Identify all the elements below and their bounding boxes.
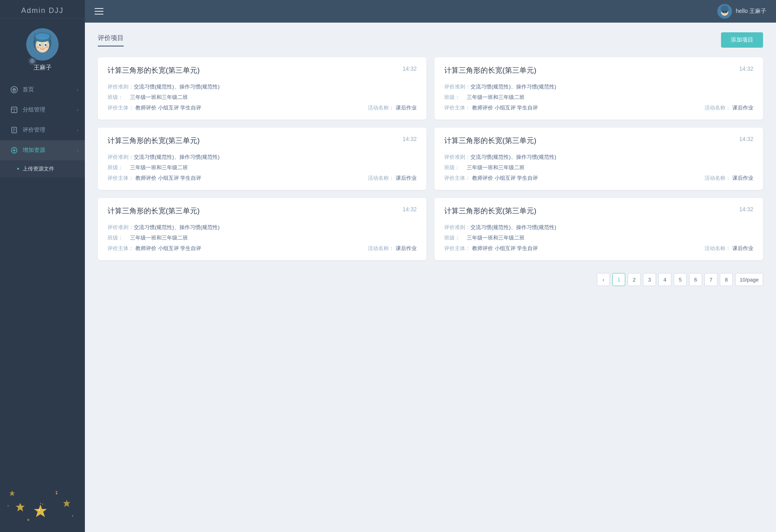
card-time: 14:32 xyxy=(403,206,417,212)
group-icon xyxy=(10,105,19,114)
sidebar-item-upload[interactable]: 上传资源文件 xyxy=(0,160,85,177)
svg-marker-33 xyxy=(9,490,15,496)
card-time: 14:32 xyxy=(403,65,417,72)
card-class-value: 三年级一班和三年级二班 xyxy=(467,164,525,171)
admin-name-label: DJJ xyxy=(49,6,64,15)
pagination-page-4[interactable]: 4 xyxy=(658,273,671,286)
sidebar-header: Admin DJJ xyxy=(0,0,85,19)
avatar xyxy=(26,28,59,61)
chevron-icon: ‹ xyxy=(77,87,78,92)
card-subject-value: 教师评价 小组互评 学生自评 xyxy=(472,104,538,111)
card-activity-value: 课后作业 xyxy=(396,245,417,252)
pagination-page-size[interactable]: 10/page xyxy=(735,273,763,286)
menu-line-3 xyxy=(95,14,103,15)
card-criteria-row: 评价准则： 交流习惯(规范性)、操作习惯(规范性) xyxy=(444,154,753,161)
card-header: 计算三角形的长宽(第三单元) 14:32 xyxy=(444,65,753,75)
svg-point-37 xyxy=(72,515,74,517)
card-activity-value: 课后作业 xyxy=(396,104,417,111)
decorative-stars xyxy=(0,475,85,532)
pagination-page-2[interactable]: 2 xyxy=(628,273,641,286)
card-footer: 评价主体： 教师评价 小组互评 学生自评 活动名称： 课后作业 xyxy=(444,245,753,252)
cards-grid: 计算三角形的长宽(第三单元) 14:32 评价准则： 交流习惯(规范性)、操作习… xyxy=(98,57,763,260)
svg-point-43 xyxy=(721,5,729,13)
menu-line-1 xyxy=(95,8,103,9)
card-activity-label: 活动名称： xyxy=(368,104,394,111)
card-criteria-value: 交流习惯(规范性)、操作习惯(规范性) xyxy=(470,83,556,90)
menu-line-2 xyxy=(95,11,103,12)
menu-toggle-button[interactable] xyxy=(95,8,103,15)
main-area: hello 王麻子 评价项目 添加项目 计算三角形的长宽(第三单元) 14:32… xyxy=(85,0,776,532)
user-avatar-small xyxy=(717,4,732,19)
card-criteria-value: 交流习惯(规范性)、操作习惯(规范性) xyxy=(470,224,556,231)
card-time: 14:32 xyxy=(739,136,753,142)
card-subject-label: 评价主体： xyxy=(108,104,134,111)
card-header: 计算三角形的长宽(第三单元) 14:32 xyxy=(108,136,417,145)
chevron-icon-2: ‹ xyxy=(77,107,78,112)
sidebar-item-group[interactable]: 分组管理 ‹ xyxy=(0,100,85,120)
page-title-wrap: 评价项目 xyxy=(98,34,124,46)
user-info: hello 王麻子 xyxy=(717,4,766,19)
card-title: 计算三角形的长宽(第三单元) xyxy=(444,65,536,75)
pagination-page-8[interactable]: 8 xyxy=(720,273,733,286)
card-activity-value: 课后作业 xyxy=(732,175,753,182)
card-activity-value: 课后作业 xyxy=(732,245,753,252)
sidebar: Admin DJJ xyxy=(0,0,85,532)
sidebar-item-eval-label: 评价管理 xyxy=(23,126,45,134)
page-header: 评价项目 添加项目 xyxy=(98,32,763,48)
card-criteria-row: 评价准则： 交流习惯(规范性)、操作习惯(规范性) xyxy=(444,83,753,90)
svg-rect-17 xyxy=(13,90,15,91)
card-item[interactable]: 计算三角形的长宽(第三单元) 14:32 评价准则： 交流习惯(规范性)、操作习… xyxy=(434,57,763,120)
sidebar-item-home[interactable]: 首页 ‹ xyxy=(0,80,85,100)
card-item[interactable]: 计算三角形的长宽(第三单元) 14:32 评价准则： 交流习惯(规范性)、操作习… xyxy=(434,128,763,190)
pagination-page-1[interactable]: 1 xyxy=(612,273,625,286)
card-class-value: 三年级一班和三年级二班 xyxy=(467,94,525,101)
card-title: 计算三角形的长宽(第三单元) xyxy=(444,136,536,145)
card-item[interactable]: 计算三角形的长宽(第三单元) 14:32 评价准则： 交流习惯(规范性)、操作习… xyxy=(98,198,426,260)
pagination-prev-button[interactable]: ‹ xyxy=(597,273,610,286)
pagination-page-3[interactable]: 3 xyxy=(643,273,656,286)
sidebar-item-group-label: 分组管理 xyxy=(23,106,45,114)
card-header: 计算三角形的长宽(第三单元) 14:32 xyxy=(444,136,753,145)
pagination-page-7[interactable]: 7 xyxy=(704,273,717,286)
pagination-page-6[interactable]: 6 xyxy=(689,273,702,286)
card-header: 计算三角形的长宽(第三单元) 14:32 xyxy=(108,65,417,75)
card-activity-label: 活动名称： xyxy=(368,175,394,182)
card-footer: 评价主体： 教师评价 小组互评 学生自评 活动名称： 课后作业 xyxy=(108,104,417,111)
card-class-row: 班级： 三年级一班和三年级二班 xyxy=(444,164,753,171)
card-subject-value: 教师评价 小组互评 学生自评 xyxy=(472,245,538,252)
pagination: ‹1234567810/page xyxy=(98,273,763,292)
card-class-label: 班级： xyxy=(444,94,467,101)
sidebar-item-eval[interactable]: 评价管理 ‹ xyxy=(0,120,85,140)
avatar-edit-icon[interactable] xyxy=(28,57,36,65)
username-display: 王麻子 xyxy=(34,64,52,71)
card-body: 评价准则： 交流习惯(规范性)、操作习惯(规范性) 班级： 三年级一班和三年级二… xyxy=(108,83,417,111)
sidebar-item-resource[interactable]: 增加资源 ‹ xyxy=(0,140,85,160)
card-class-value: 三年级一班和三年级二班 xyxy=(130,234,188,242)
svg-point-35 xyxy=(56,493,57,494)
pagination-page-5[interactable]: 5 xyxy=(674,273,687,286)
card-criteria-row: 评价准则： 交流习惯(规范性)、操作习惯(规范性) xyxy=(108,154,417,161)
card-class-label: 班级： xyxy=(444,164,467,171)
card-header: 计算三角形的长宽(第三单元) 14:32 xyxy=(444,206,753,216)
card-item[interactable]: 计算三角形的长宽(第三单元) 14:32 评价准则： 交流习惯(规范性)、操作习… xyxy=(98,57,426,120)
add-project-button[interactable]: 添加项目 xyxy=(721,32,763,48)
sidebar-item-upload-label: 上传资源文件 xyxy=(23,165,54,172)
resource-icon xyxy=(10,146,19,155)
card-subject-value: 教师评价 小组互评 学生自评 xyxy=(135,104,201,111)
sidebar-item-resource-label: 增加资源 xyxy=(23,147,45,154)
card-item[interactable]: 计算三角形的长宽(第三单元) 14:32 评价准则： 交流习惯(规范性)、操作习… xyxy=(98,128,426,190)
card-footer: 评价主体： 教师评价 小组互评 学生自评 活动名称： 课后作业 xyxy=(444,175,753,182)
card-class-label: 班级： xyxy=(108,164,130,171)
card-subject-value: 教师评价 小组互评 学生自评 xyxy=(472,175,538,182)
card-class-label: 班级： xyxy=(444,234,467,242)
hello-user-label: hello 王麻子 xyxy=(736,8,766,15)
card-activity-label: 活动名称： xyxy=(704,175,731,182)
card-criteria-label: 评价准则： xyxy=(444,83,470,90)
card-item[interactable]: 计算三角形的长宽(第三单元) 14:32 评价准则： 交流习惯(规范性)、操作习… xyxy=(434,198,763,260)
card-activity-label: 活动名称： xyxy=(368,245,394,252)
card-criteria-label: 评价准则： xyxy=(444,154,470,161)
card-footer: 评价主体： 教师评价 小组互评 学生自评 活动名称： 课后作业 xyxy=(108,175,417,182)
home-icon xyxy=(10,85,19,94)
card-criteria-row: 评价准则： 交流习惯(规范性)、操作习惯(规范性) xyxy=(108,83,417,90)
card-criteria-value: 交流习惯(规范性)、操作习惯(规范性) xyxy=(470,154,556,161)
